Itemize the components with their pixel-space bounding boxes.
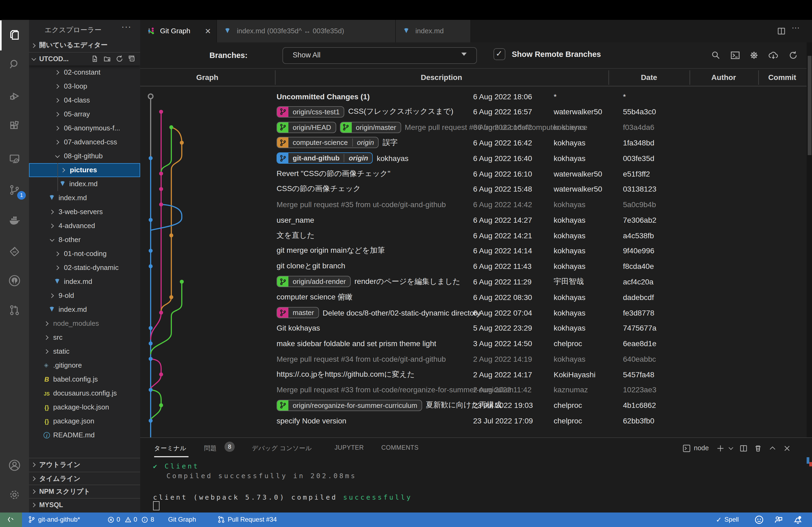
- tab-index-md-1[interactable]: index.md (003fe35d^ ↔ 003fe35d): [217, 19, 395, 42]
- activity-settings-icon[interactable]: [0, 486, 29, 503]
- branch-chip[interactable]: origin/master: [340, 122, 401, 133]
- info-count[interactable]: 8: [151, 516, 154, 524]
- branches-dropdown[interactable]: Show All: [282, 47, 477, 64]
- activity-pull-request-icon[interactable]: [0, 301, 29, 318]
- commit-row[interactable]: computer-scienceorigin誤字6 Aug 2022 16:42…: [140, 135, 807, 151]
- tree-item-02-static-dynamic[interactable]: 02-static-dynamic: [29, 260, 140, 274]
- new-folder-icon[interactable]: [103, 55, 111, 63]
- collapse-folders-icon[interactable]: [128, 55, 136, 63]
- activity-gitmoji-icon[interactable]: [0, 243, 29, 260]
- tab-index-md-2[interactable]: index.md: [395, 19, 471, 42]
- commit-row[interactable]: Git kokhayas5 Aug 2022 23:29kokhayas7475…: [140, 320, 807, 336]
- tree-item-README-md[interactable]: iREADME.md: [29, 428, 140, 442]
- activity-source-control-icon[interactable]: 1: [0, 181, 29, 198]
- refresh-icon[interactable]: [788, 50, 798, 60]
- panel-tab-1[interactable]: 問題: [204, 445, 217, 452]
- error-count[interactable]: 0: [117, 516, 120, 524]
- activity-github-icon[interactable]: [0, 272, 29, 289]
- tree-item-06-anonymous-f-[interactable]: 06-anonymous-f...: [29, 121, 140, 135]
- commit-row[interactable]: Merge pull request #34 from ut-code/git-…: [140, 351, 807, 367]
- show-remote-label[interactable]: Show Remote Branches: [512, 50, 601, 58]
- shell-label[interactable]: node: [694, 445, 709, 452]
- panel-tab-2[interactable]: デバッグ コンソール: [252, 445, 312, 452]
- activity-debug-icon[interactable]: [0, 88, 29, 105]
- activity-explorer-icon[interactable]: [0, 26, 29, 44]
- commit-row[interactable]: masterDelete docs/8-other/02-static-dyna…: [140, 305, 807, 320]
- tree-item-index-md[interactable]: index.md: [29, 302, 140, 316]
- col-graph[interactable]: Graph: [140, 73, 274, 81]
- tree-item-8-other[interactable]: 8-other: [29, 232, 140, 246]
- search-icon[interactable]: [711, 50, 721, 60]
- commit-row[interactable]: origin/css-test1CSS(フレックスボックスまで)6 Aug 20…: [140, 104, 807, 120]
- tree-item-index-md[interactable]: index.md: [29, 274, 140, 288]
- commit-row[interactable]: Merge pull request #33 from ut-code/reor…: [140, 382, 807, 398]
- panel-tab-4[interactable]: COMMENTS: [381, 445, 419, 451]
- feedback-icon[interactable]: [774, 515, 783, 524]
- bell-icon[interactable]: [793, 515, 802, 524]
- commit-row[interactable]: Merge pull request #35 from ut-code/git-…: [140, 197, 807, 212]
- tree-item-node-modules[interactable]: node_modules: [29, 316, 140, 330]
- commit-row[interactable]: https://.co.jpをhttps://github.comに変えた2 A…: [140, 366, 807, 382]
- maximize-panel-icon[interactable]: [768, 444, 777, 452]
- terminal-dropdown-icon[interactable]: [729, 446, 733, 450]
- close-tab-icon[interactable]: ✕: [205, 27, 211, 35]
- col-author[interactable]: Author: [690, 73, 758, 81]
- tree-item-9-old[interactable]: 9-old: [29, 288, 140, 302]
- tree-item-4-advanced[interactable]: 4-advanced: [29, 219, 140, 232]
- new-terminal-icon[interactable]: [716, 444, 724, 452]
- commit-row[interactable]: specify Node version23 Jul 2022 17:09che…: [140, 413, 807, 428]
- tree-item-index-md[interactable]: index.md: [29, 191, 140, 205]
- branch-chip[interactable]: origin/add-render: [277, 276, 351, 287]
- col-date[interactable]: Date: [608, 73, 690, 81]
- tree-item-04-class[interactable]: 04-class: [29, 93, 140, 107]
- status-spell[interactable]: Spell: [724, 516, 739, 524]
- commit-row[interactable]: git merge origin mainなどを加筆6 Aug 2022 14:…: [140, 243, 807, 259]
- status-pr[interactable]: Pull Request #34: [228, 516, 277, 524]
- gear-icon[interactable]: [749, 50, 759, 60]
- cloud-download-icon[interactable]: [768, 50, 779, 60]
- branch-chip[interactable]: origin/css-test1: [277, 106, 345, 118]
- tree-item-07-advanced-css[interactable]: 07-advanced-css: [29, 135, 140, 149]
- tree-item-index-md[interactable]: index.md: [29, 177, 140, 191]
- commit-row[interactable]: 文を直した6 Aug 2022 14:21kokhayasa4c538fb: [140, 228, 807, 243]
- kill-terminal-icon[interactable]: [754, 444, 762, 452]
- sidebar-section-3[interactable]: MYSQL: [29, 499, 140, 511]
- split-editor-icon[interactable]: [777, 27, 786, 35]
- commit-row[interactable]: origin/HEADorigin/masterMerge pull reque…: [140, 119, 807, 135]
- folder-section-header[interactable]: UTCOD...: [29, 52, 140, 65]
- terminal-icon[interactable]: [730, 50, 740, 60]
- status-branch[interactable]: git-and-github*: [38, 516, 80, 524]
- tree-item-02-constant[interactable]: 02-constant: [29, 65, 140, 79]
- activity-docker-icon[interactable]: [0, 212, 29, 229]
- tree-item-docusaurus-config-js[interactable]: JSdocusaurus.config.js: [29, 386, 140, 400]
- branch-chip[interactable]: computer-scienceorigin: [277, 137, 379, 148]
- tree-item-05-array[interactable]: 05-array: [29, 107, 140, 121]
- github-icon[interactable]: [755, 515, 764, 524]
- panel-tab-3[interactable]: JUPYTER: [335, 445, 364, 451]
- tree-item-babel-config-js[interactable]: Bbabel.config.js: [29, 372, 140, 386]
- commit-row[interactable]: make sidebar foldable and set prism them…: [140, 336, 807, 351]
- close-panel-icon[interactable]: [783, 444, 791, 452]
- branch-chip[interactable]: origin/reorganize-for-summer-curriculum: [277, 400, 422, 411]
- col-commit[interactable]: Commit: [758, 73, 807, 81]
- commit-row[interactable]: origin/add-renderrenderのページを編集しました6 Aug …: [140, 274, 807, 289]
- branch-chip[interactable]: git-and-githuborigin: [277, 152, 373, 164]
- activity-account-icon[interactable]: [0, 457, 29, 474]
- col-description[interactable]: Description: [275, 73, 608, 81]
- sidebar-section-0[interactable]: アウトライン: [29, 458, 140, 471]
- commit-row[interactable]: Uncommitted Changes (1)6 Aug 2022 18:06*…: [140, 89, 807, 104]
- editor-scrollbar[interactable]: [807, 42, 812, 437]
- branch-chip[interactable]: origin/HEAD: [277, 122, 336, 133]
- tree-item--gitignore[interactable]: .gitignore: [29, 358, 140, 372]
- activity-remote-explorer-icon[interactable]: [0, 150, 29, 167]
- sidebar-section-2[interactable]: NPM スクリプト: [29, 485, 140, 498]
- tree-item-package-json[interactable]: {}package.json: [29, 414, 140, 428]
- commit-row[interactable]: CSSの節の画像チェック6 Aug 2022 15:48waterwalker5…: [140, 181, 807, 197]
- show-remote-checkbox[interactable]: ✓: [494, 48, 505, 60]
- tree-item-src[interactable]: src: [29, 330, 140, 344]
- warning-count[interactable]: 0: [133, 516, 137, 524]
- open-editors-section[interactable]: 開いているエディター: [29, 40, 140, 51]
- split-terminal-icon[interactable]: [740, 444, 748, 452]
- status-gitgraph[interactable]: Git Graph: [168, 515, 196, 523]
- refresh-explorer-icon[interactable]: [115, 55, 124, 63]
